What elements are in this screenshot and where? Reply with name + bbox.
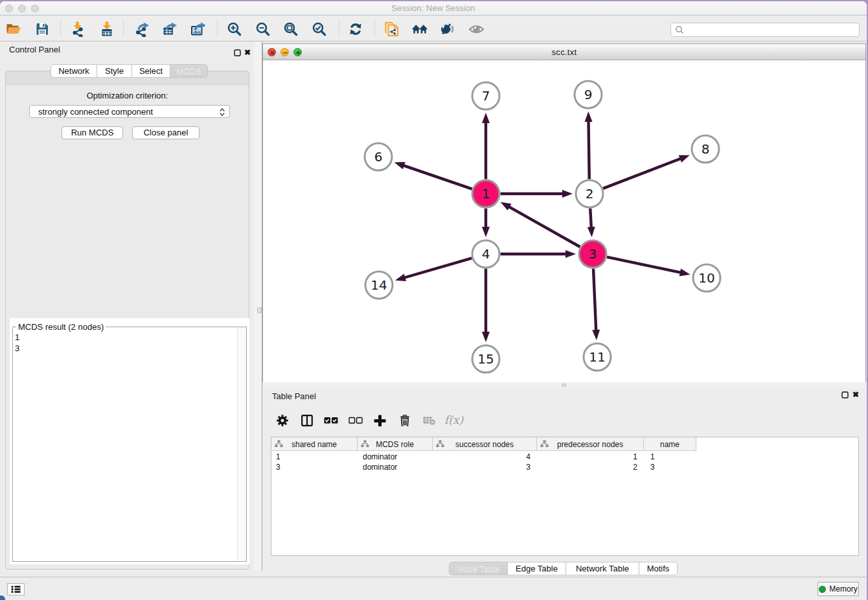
select-all-icon — [324, 415, 338, 426]
mcds-result-title: MCDS result (2 nodes) — [16, 322, 106, 332]
table-header: shared name MCDS role successor nodes pr… — [271, 437, 696, 451]
main-toolbar — [0, 16, 867, 41]
column-icon-wrap — [540, 440, 549, 448]
import-network-button[interactable] — [68, 16, 89, 41]
edge-2-9[interactable] — [589, 121, 589, 179]
memory-label: Memory — [829, 584, 857, 594]
go-home-button[interactable] — [409, 16, 430, 41]
column-header-MCDS-role[interactable]: MCDS role — [358, 437, 433, 451]
edge-arrowhead — [679, 155, 690, 162]
edge-3-10[interactable] — [607, 257, 681, 273]
close-icon[interactable]: ✖ — [244, 48, 251, 57]
table-row[interactable]: 1dominator411 — [271, 452, 858, 462]
delete-table-button[interactable] — [423, 413, 436, 428]
table-row[interactable]: 3dominator323 — [271, 462, 858, 472]
show-panel-button[interactable] — [466, 16, 487, 41]
column-type-icon — [361, 440, 369, 448]
criterion-dropdown[interactable]: strongly connected component — [29, 105, 230, 118]
edge-arrowhead — [562, 190, 573, 198]
hide-panel-button[interactable] — [437, 16, 458, 41]
open-session-button[interactable] — [3, 16, 24, 41]
zoom-out-button[interactable] — [253, 16, 273, 41]
column-label: name — [660, 440, 680, 449]
zoom-in-button[interactable] — [224, 16, 245, 41]
table-float-icon[interactable] — [841, 391, 849, 398]
close-panel-button[interactable]: Close panel — [132, 126, 200, 139]
search-box[interactable] — [670, 23, 860, 37]
cp-tab-style[interactable]: Style — [97, 64, 132, 78]
edge-3-11[interactable] — [593, 269, 596, 331]
table-cell: 3 — [650, 462, 655, 472]
task-history-button[interactable] — [7, 583, 25, 595]
edge-3-1[interactable] — [509, 207, 580, 247]
vertical-splitter[interactable] — [254, 41, 262, 570]
column-label: successor nodes — [455, 440, 514, 449]
edge-1-6[interactable] — [404, 165, 472, 189]
import-table-button[interactable] — [97, 16, 117, 41]
horizontal-splitter-grip[interactable] — [562, 384, 566, 387]
float-icon[interactable] — [234, 49, 241, 56]
edge-2-3[interactable] — [590, 209, 591, 228]
export-network-button[interactable] — [131, 16, 152, 41]
edge-arrowhead — [482, 227, 490, 237]
edge-2-8[interactable] — [603, 159, 681, 189]
column-header-shared-name[interactable]: shared name — [271, 437, 358, 451]
edge-arrowhead — [394, 162, 405, 169]
result-scrollbar[interactable] — [237, 327, 246, 561]
delete-column-button[interactable] — [399, 413, 411, 428]
tp-tab-motifs[interactable]: Motifs — [639, 562, 678, 575]
memory-button[interactable]: Memory — [817, 582, 859, 596]
cp-tab-select[interactable]: Select — [132, 64, 170, 78]
titlebar: Session: New Session — [0, 1, 867, 16]
cp-tab-network[interactable]: Network — [51, 64, 97, 78]
save-session-button[interactable] — [32, 16, 52, 41]
network-canvas[interactable]: 1234678910111415 — [263, 61, 865, 382]
table-panel-title: Table Panel — [272, 391, 316, 401]
deselect-all-icon — [348, 415, 363, 426]
column-header-predecessor-nodes[interactable]: predecessor nodes — [537, 437, 644, 451]
add-column-button[interactable] — [374, 413, 386, 428]
node-label-11: 11 — [589, 349, 605, 365]
split-panel-button[interactable] — [301, 413, 313, 428]
zoom-fit-button[interactable] — [280, 16, 301, 41]
tp-tab-edge-table[interactable]: Edge Table — [508, 562, 566, 575]
settings-button[interactable] — [277, 413, 288, 428]
deselect-all-button[interactable] — [348, 413, 363, 428]
control-panel: Control Panel ✖ NetworkStyleSelectMCDS O… — [0, 41, 254, 570]
first-neighbors-button[interactable] — [345, 16, 366, 41]
edge-arrowhead — [588, 227, 595, 237]
cp-tab-mcds[interactable]: MCDS — [170, 64, 208, 78]
network-frame-titlebar: scc.txt — [263, 44, 865, 60]
node-table: shared name MCDS role successor nodes pr… — [271, 437, 859, 556]
edge-4-14[interactable] — [404, 258, 472, 277]
column-header-name[interactable]: name — [644, 437, 696, 451]
search-input[interactable] — [684, 24, 859, 36]
node-label-15: 15 — [477, 351, 494, 367]
tp-tab-node-table[interactable]: Node Table — [449, 562, 508, 575]
delete-table-icon — [423, 415, 436, 426]
edge-arrowhead — [482, 113, 490, 123]
network-frame-title: scc.txt — [263, 44, 865, 60]
import-table-icon — [99, 21, 115, 37]
zoom-selected-button[interactable] — [309, 16, 330, 41]
column-icon-wrap — [436, 440, 444, 448]
table-cell: 1 — [276, 452, 280, 462]
mcds-result-item[interactable]: 1 — [15, 332, 19, 343]
column-header-successor-nodes[interactable]: successor nodes — [433, 437, 537, 451]
tp-tab-network-table[interactable]: Network Table — [566, 562, 639, 575]
export-table-icon — [161, 21, 177, 37]
toolbar-separator — [60, 20, 61, 38]
run-mcds-button[interactable]: Run MCDS — [62, 126, 123, 139]
export-image-button[interactable] — [187, 16, 208, 41]
right-column: scc.txt 1234678910111415 Table Panel ✖ — [262, 41, 867, 570]
open-session-icon — [6, 21, 21, 37]
memory-status-dot — [819, 586, 826, 593]
snapshot-button[interactable] — [382, 16, 402, 41]
mcds-result-item[interactable]: 3 — [15, 343, 19, 354]
function-builder-button[interactable]: f(x) — [444, 413, 466, 428]
select-all-button[interactable] — [324, 413, 338, 428]
table-close-icon[interactable]: ✖ — [852, 390, 859, 399]
horizontal-splitter[interactable] — [262, 382, 867, 388]
export-table-button[interactable] — [159, 16, 179, 41]
vertical-splitter-grip[interactable] — [257, 307, 262, 314]
